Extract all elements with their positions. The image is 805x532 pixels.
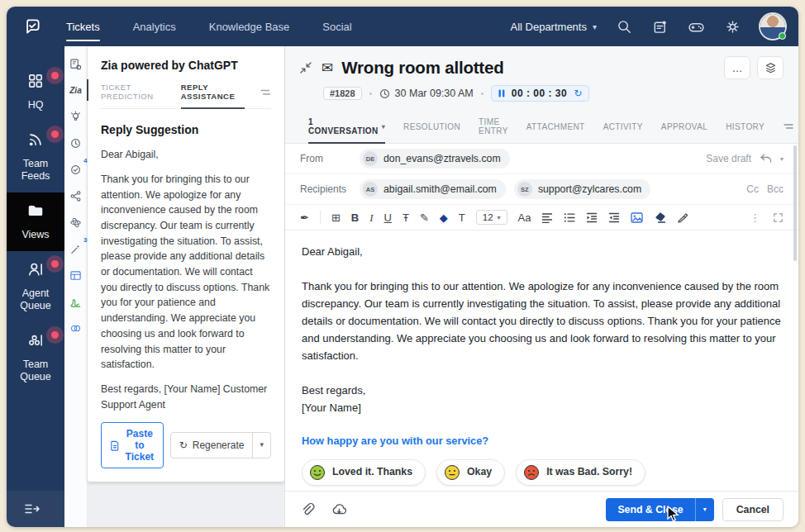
insert-signature-icon[interactable]: ✒	[300, 212, 309, 223]
reply-arrow-icon[interactable]	[760, 154, 772, 164]
tab-attachment[interactable]: ATTACHMENT	[526, 114, 585, 139]
conversation-filter-icon[interactable]	[783, 121, 798, 131]
notification-feed-icon[interactable]	[652, 19, 668, 35]
editor-expand-icon[interactable]	[773, 212, 784, 223]
send-and-close-button[interactable]: Send & Close	[606, 498, 694, 521]
zia-assistant-icon[interactable]: Zia	[69, 83, 83, 97]
tab-approval[interactable]: APPROVAL	[661, 114, 707, 139]
ticket-datetime: 30 Mar 09:30 AM	[379, 88, 474, 99]
sidebar-item-team-queue[interactable]: Team Queue	[7, 322, 64, 393]
sidebar-item-label: Views	[8, 229, 63, 241]
tab-reply-assistance[interactable]: REPLY ASSISTANCE	[181, 83, 245, 108]
survey-option-okay[interactable]: Okay	[436, 459, 505, 486]
cloud-import-icon[interactable]	[331, 502, 347, 516]
zia-panel-title: Zia powered by ChatGPT	[101, 59, 271, 72]
survey-option-loved-it[interactable]: Loved it. Thanks	[302, 459, 426, 486]
eraser-icon[interactable]	[654, 211, 666, 223]
draw-pen-icon[interactable]: ✎	[420, 212, 429, 223]
gamescope-icon[interactable]	[688, 18, 705, 36]
align-left-icon[interactable]	[541, 212, 553, 223]
recipients-row: Recipients AS abigail.smith@email.com SZ…	[285, 174, 798, 205]
collapse-view-icon[interactable]	[300, 62, 312, 74]
sidebar-item-agent-queue[interactable]: Agent Queue	[7, 251, 64, 322]
user-avatar[interactable]	[760, 14, 785, 39]
attachment-paperclip-icon[interactable]	[300, 502, 315, 517]
linked-tickets-icon[interactable]	[69, 321, 83, 335]
cc-button[interactable]: Cc	[746, 183, 759, 195]
email-body-editor[interactable]: Dear Abigail, Thank you for bringing thi…	[285, 230, 798, 491]
cancel-button[interactable]: Cancel	[722, 498, 784, 521]
ticket-settings-icon[interactable]	[69, 57, 83, 70]
signature-icon[interactable]	[69, 295, 83, 308]
recipient-chip[interactable]: AS abigail.smith@email.com	[360, 179, 506, 199]
recipient-chip[interactable]: SZ support@zylcares.com	[514, 179, 650, 199]
share-icon[interactable]	[69, 189, 83, 202]
sidebar-expand-button[interactable]	[7, 491, 64, 527]
approvals-check-icon[interactable]: 4	[69, 163, 83, 176]
department-selector[interactable]: All Departments ▾	[510, 21, 597, 33]
paste-to-ticket-button[interactable]: Paste to Ticket	[101, 422, 164, 468]
bold-icon[interactable]: B	[351, 212, 359, 223]
tab-resolution[interactable]: RESOLUTION	[403, 114, 460, 139]
caret-down-icon: ▾	[498, 214, 501, 221]
text-style-icon[interactable]: T	[459, 212, 465, 223]
tab-conversation[interactable]: 1 CONVERSATION ▾	[308, 109, 385, 143]
idea-bulb-icon[interactable]	[69, 110, 83, 123]
underline-icon[interactable]: U	[384, 212, 392, 223]
nav-tab-analytics[interactable]: Analytics	[133, 7, 176, 46]
pause-icon[interactable]	[498, 89, 505, 97]
search-icon[interactable]	[617, 19, 632, 35]
ticket-tabs: 1 CONVERSATION ▾ RESOLUTION TIME ENTRY A…	[300, 109, 784, 143]
send-options-dropdown[interactable]: ▾	[695, 498, 714, 521]
nav-tab-tickets[interactable]: Tickets	[66, 7, 100, 46]
layers-view-button[interactable]	[757, 56, 784, 79]
tab-history[interactable]: HISTORY	[726, 114, 765, 139]
insert-image-icon[interactable]	[631, 212, 643, 223]
canvas-cards-icon[interactable]	[69, 268, 83, 282]
survey-option-bad[interactable]: It was Bad. Sorry!	[516, 459, 645, 486]
highlight-color-icon[interactable]: ◆	[440, 212, 448, 223]
app-logo-icon[interactable]	[20, 14, 45, 39]
magic-wand-icon[interactable]: 3	[69, 242, 83, 255]
outdent-icon[interactable]	[608, 212, 620, 223]
clear-formatting-icon[interactable]: Ŧ	[402, 212, 409, 223]
sidebar-item-label: Team Queue	[8, 359, 63, 383]
nav-tab-knowledge-base[interactable]: Knowledge Base	[209, 7, 290, 46]
italic-icon[interactable]: I	[369, 212, 373, 223]
recipient-email: abigail.smith@email.com	[383, 183, 497, 195]
tab-ticket-prediction[interactable]: TICKET PREDICTION	[101, 83, 166, 108]
more-options-button[interactable]: …	[724, 56, 750, 79]
sidebar-item-views[interactable]: Views	[7, 192, 64, 251]
insert-table-icon[interactable]: ⊞	[331, 212, 341, 223]
zia-panel-options-icon[interactable]	[260, 88, 271, 104]
recipient-email: support@zylcares.com	[538, 183, 641, 195]
bcc-button[interactable]: Bcc	[767, 183, 784, 195]
timer-refresh-icon[interactable]: ↻	[574, 88, 582, 99]
indent-icon[interactable]	[586, 212, 598, 223]
recipients-label: Recipients	[300, 183, 351, 195]
format-painter-icon[interactable]	[677, 211, 688, 223]
caret-down-icon: ▾	[382, 123, 385, 131]
tab-activity[interactable]: ACTIVITY	[603, 114, 643, 139]
font-size-value: 12	[483, 212, 493, 222]
vertical-scrollbar[interactable]	[793, 145, 797, 261]
feeds-signal-icon	[26, 131, 45, 149]
tab-time-entry[interactable]: TIME ENTRY	[479, 109, 508, 143]
sidebar-item-team-feeds[interactable]: Team Feeds	[7, 121, 64, 192]
font-case-icon[interactable]: Aa	[518, 212, 531, 223]
caret-down-icon[interactable]: ▾	[780, 155, 784, 163]
bullet-list-icon[interactable]	[564, 212, 575, 223]
recipient-initials-avatar: SZ	[517, 182, 532, 197]
save-draft-button[interactable]: Save draft	[706, 153, 751, 164]
ai-atom-icon[interactable]	[69, 216, 83, 229]
sidebar-item-hq[interactable]: HQ	[7, 63, 64, 121]
history-clock-icon[interactable]	[69, 136, 83, 150]
from-address-chip[interactable]: DE don_evans@ztravels.com	[360, 149, 510, 169]
regenerate-button[interactable]: ↻ Regenerate	[171, 433, 253, 458]
font-size-select[interactable]: 12 ▾	[476, 210, 507, 225]
regenerate-dropdown-button[interactable]: ▾	[252, 433, 270, 458]
settings-gear-icon[interactable]	[725, 19, 741, 35]
nav-tab-social[interactable]: Social	[322, 7, 351, 46]
toolbar-more-icon[interactable]: ⋮	[750, 211, 760, 224]
email-closing: Best regards,	[302, 382, 782, 399]
